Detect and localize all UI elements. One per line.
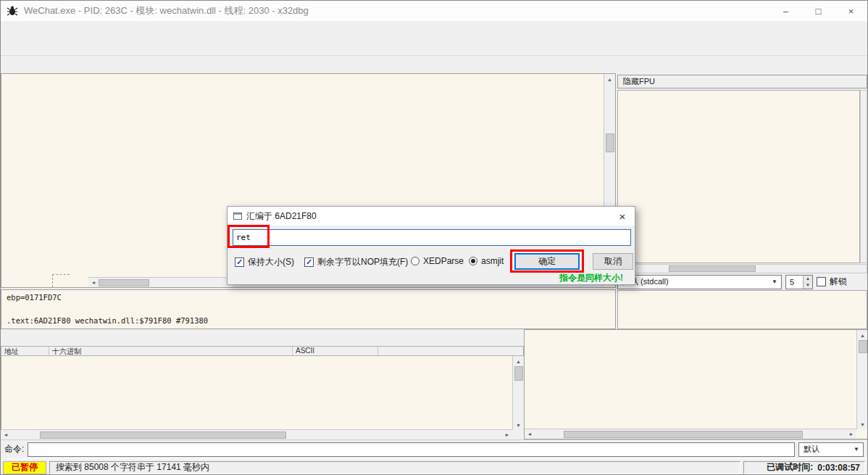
status-message: 搜索到 85008 个字符串于 17141 毫秒内 — [49, 461, 740, 474]
checkbox-check-icon: ✓ — [235, 257, 244, 267]
title-bar: WeChat.exe - PID: 263C - 模块: wechatwin.d… — [1, 1, 867, 21]
registers-column: 隐藏FPU 默认 (stdcall) ▼ 5 ▲▼ 解锁 — [616, 73, 868, 329]
checkbox-check-icon: ✓ — [304, 257, 314, 267]
radio-icon — [411, 257, 420, 265]
app-bug-icon — [7, 5, 18, 17]
dialog-close-icon[interactable]: × — [610, 207, 635, 226]
cancel-button[interactable]: 取消 — [593, 253, 633, 270]
same-size-hint: 指令是同样大小! — [559, 272, 623, 284]
xedparse-radio[interactable]: XEDParse — [411, 256, 464, 266]
menu-bar — [1, 21, 867, 37]
registers-vertical-scrollbar[interactable] — [860, 90, 867, 263]
stack-panel[interactable]: ▲▼ ◄► — [524, 329, 868, 439]
memory-dump-panel: 地址 十六进制 ASCII ▲▼ ◄► — [1, 329, 524, 439]
dump-rows[interactable] — [1, 356, 512, 430]
registers-horizontal-scrollbar[interactable] — [617, 264, 867, 273]
command-input[interactable] — [28, 442, 795, 457]
dump-tab-bar — [1, 329, 524, 346]
debug-time: 已调试时间: 0:03:08:57 — [743, 461, 865, 474]
info-line-ebp: ebp=0171FD7C — [7, 293, 610, 302]
dump-horizontal-scrollbar[interactable]: ◄► — [1, 429, 512, 439]
unlock-label: 解锁 — [830, 276, 847, 288]
window-title: WeChat.exe - PID: 263C - 模块: wechatwin.d… — [24, 4, 309, 17]
jump-bracket-line — [52, 274, 70, 275]
spin-down-icon[interactable]: ▼ — [804, 282, 812, 289]
spin-up-icon[interactable]: ▲ — [804, 276, 812, 282]
arguments-panel[interactable] — [617, 290, 867, 329]
command-label: 命令: — [4, 443, 24, 455]
calling-convention-select[interactable]: 默认 (stdcall) ▼ — [617, 275, 782, 289]
info-line-address: .text:6AD21F80 wechatwin.dll:$791F80 #79… — [7, 316, 208, 325]
unlock-checkbox[interactable] — [817, 277, 826, 286]
status-bar: 已暂停 搜索到 85008 个字符串于 17141 毫秒内 已调试时间: 0:0… — [1, 458, 867, 475]
dialog-title-bar: 汇编于 6AD21F80 × — [228, 207, 635, 226]
assemble-dialog: 汇编于 6AD21F80 × ✓ 保持大小(S) ✓ 剩余字节以NOP填充(F)… — [227, 206, 635, 285]
chevron-down-icon: ▼ — [850, 446, 863, 453]
maximize-button[interactable]: □ — [802, 1, 835, 21]
close-button[interactable]: × — [835, 1, 867, 21]
stack-vertical-scrollbar[interactable]: ▲▼ — [856, 330, 868, 429]
bottom-area: 地址 十六进制 ASCII ▲▼ ◄► ▲▼ ◄► — [1, 329, 868, 439]
toolbar — [1, 37, 867, 56]
hide-fpu-button[interactable]: 隐藏FPU — [617, 75, 867, 88]
registers-panel[interactable] — [617, 90, 860, 263]
jump-bracket-line — [52, 274, 53, 287]
dialog-title: 汇编于 6AD21F80 — [246, 210, 317, 223]
dump-vertical-scrollbar[interactable]: ▲▼ — [512, 356, 524, 430]
radio-selected-icon — [469, 257, 477, 265]
minimize-button[interactable]: – — [769, 1, 802, 21]
stack-horizontal-scrollbar[interactable]: ◄► — [525, 429, 856, 439]
ok-button[interactable]: 确定 — [514, 253, 580, 270]
info-box: ebp=0171FD7C .text:6AD21F80 wechatwin.dl… — [1, 289, 616, 329]
fill-with-nop-checkbox[interactable]: ✓ 剩余字节以NOP填充(F) — [304, 256, 408, 268]
debug-state-badge: 已暂停 — [3, 461, 46, 474]
dump-column-headers: 地址 十六进制 ASCII — [1, 346, 524, 356]
argument-count-stepper[interactable]: 5 ▲▼ — [785, 275, 813, 289]
command-bar: 命令: 默认 ▼ — [1, 439, 867, 458]
main-area: ▲ ◄ ebp=0171FD7C .text:6AD21F80 wechatwi… — [1, 73, 868, 329]
dialog-window-icon — [233, 212, 242, 220]
command-profile-select[interactable]: 默认 ▼ — [798, 442, 864, 457]
chevron-down-icon: ▼ — [768, 278, 781, 285]
keep-size-checkbox[interactable]: ✓ 保持大小(S) — [235, 256, 294, 268]
calling-convention-bar: 默认 (stdcall) ▼ 5 ▲▼ 解锁 — [617, 274, 867, 289]
asmjit-radio[interactable]: asmjit — [469, 256, 504, 266]
view-tab-bar — [1, 56, 867, 73]
assemble-instruction-input[interactable] — [233, 229, 631, 246]
